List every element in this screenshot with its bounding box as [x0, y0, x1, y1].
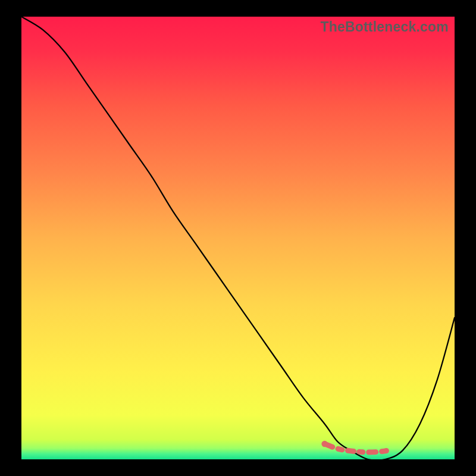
bottleneck-chart	[21, 17, 455, 459]
svg-point-0	[321, 441, 327, 447]
chart-frame: TheBottleneck.com	[21, 17, 455, 459]
